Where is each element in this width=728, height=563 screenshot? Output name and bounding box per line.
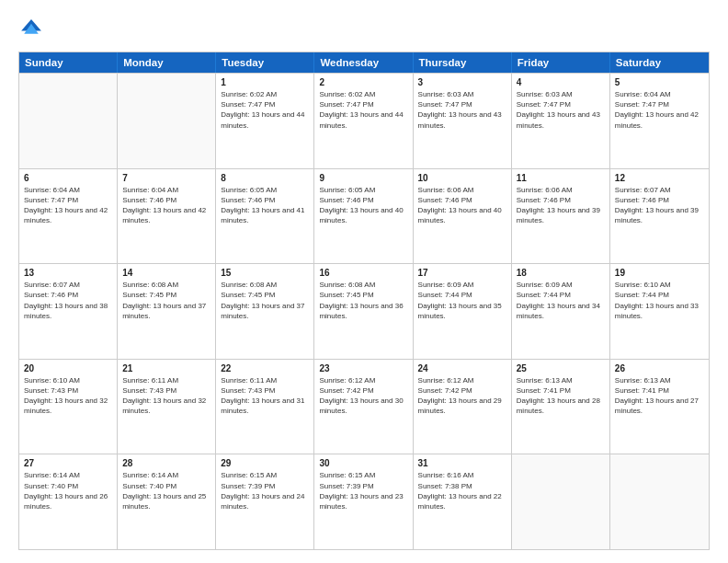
day-number: 17 xyxy=(418,268,506,278)
calendar-row-2: 6Sunrise: 6:04 AM Sunset: 7:47 PM Daylig… xyxy=(19,168,709,264)
day-number: 9 xyxy=(319,173,407,183)
calendar-cell-day-10: 10Sunrise: 6:06 AM Sunset: 7:46 PM Dayli… xyxy=(414,169,512,264)
page: SundayMondayTuesdayWednesdayThursdayFrid… xyxy=(0,0,728,563)
day-info: Sunrise: 6:10 AM Sunset: 7:44 PM Dayligh… xyxy=(615,280,704,321)
day-number: 28 xyxy=(122,458,210,468)
calendar-cell-day-16: 16Sunrise: 6:08 AM Sunset: 7:45 PM Dayli… xyxy=(314,264,413,359)
day-info: Sunrise: 6:10 AM Sunset: 7:43 PM Dayligh… xyxy=(24,375,112,417)
calendar-row-5: 27Sunrise: 6:14 AM Sunset: 7:40 PM Dayli… xyxy=(19,454,709,549)
weekday-header-thursday: Thursday xyxy=(414,52,512,73)
calendar-cell-day-9: 9Sunrise: 6:05 AM Sunset: 7:46 PM Daylig… xyxy=(314,169,413,264)
calendar-cell-day-3: 3Sunrise: 6:03 AM Sunset: 7:47 PM Daylig… xyxy=(414,74,512,168)
day-info: Sunrise: 6:02 AM Sunset: 7:47 PM Dayligh… xyxy=(319,89,407,131)
weekday-header-saturday: Saturday xyxy=(610,52,709,73)
calendar-cell-day-21: 21Sunrise: 6:11 AM Sunset: 7:43 PM Dayli… xyxy=(118,360,216,454)
day-number: 16 xyxy=(319,268,407,278)
calendar-cell-day-8: 8Sunrise: 6:05 AM Sunset: 7:46 PM Daylig… xyxy=(216,169,314,264)
calendar-cell-empty xyxy=(512,454,610,549)
calendar-cell-day-11: 11Sunrise: 6:06 AM Sunset: 7:46 PM Dayli… xyxy=(512,169,610,264)
calendar-cell-day-26: 26Sunrise: 6:13 AM Sunset: 7:41 PM Dayli… xyxy=(610,360,709,454)
calendar-cell-day-23: 23Sunrise: 6:12 AM Sunset: 7:42 PM Dayli… xyxy=(314,360,413,454)
day-number: 6 xyxy=(24,173,112,183)
day-info: Sunrise: 6:03 AM Sunset: 7:47 PM Dayligh… xyxy=(517,89,605,131)
day-number: 3 xyxy=(418,77,506,87)
day-info: Sunrise: 6:13 AM Sunset: 7:41 PM Dayligh… xyxy=(517,375,605,417)
day-number: 10 xyxy=(418,173,506,183)
day-number: 24 xyxy=(418,363,506,373)
calendar-cell-day-17: 17Sunrise: 6:09 AM Sunset: 7:44 PM Dayli… xyxy=(414,264,512,359)
day-info: Sunrise: 6:07 AM Sunset: 7:46 PM Dayligh… xyxy=(24,280,112,321)
day-number: 7 xyxy=(122,173,210,183)
day-info: Sunrise: 6:03 AM Sunset: 7:47 PM Dayligh… xyxy=(418,89,506,131)
calendar-body: 1Sunrise: 6:02 AM Sunset: 7:47 PM Daylig… xyxy=(19,73,709,549)
weekday-header-wednesday: Wednesday xyxy=(314,52,413,73)
day-number: 19 xyxy=(615,268,704,278)
calendar-cell-day-18: 18Sunrise: 6:09 AM Sunset: 7:44 PM Dayli… xyxy=(512,264,610,359)
day-number: 12 xyxy=(615,173,704,183)
day-number: 25 xyxy=(517,363,605,373)
day-info: Sunrise: 6:04 AM Sunset: 7:46 PM Dayligh… xyxy=(122,185,210,226)
day-number: 8 xyxy=(221,173,309,183)
day-number: 31 xyxy=(418,458,506,468)
day-info: Sunrise: 6:12 AM Sunset: 7:42 PM Dayligh… xyxy=(319,375,407,417)
calendar-cell-day-15: 15Sunrise: 6:08 AM Sunset: 7:45 PM Dayli… xyxy=(216,264,314,359)
day-number: 2 xyxy=(319,77,407,87)
day-info: Sunrise: 6:09 AM Sunset: 7:44 PM Dayligh… xyxy=(418,280,506,321)
day-number: 5 xyxy=(615,77,704,87)
calendar-header: SundayMondayTuesdayWednesdayThursdayFrid… xyxy=(19,52,709,73)
day-number: 29 xyxy=(221,458,309,468)
calendar-row-1: 1Sunrise: 6:02 AM Sunset: 7:47 PM Daylig… xyxy=(19,73,709,168)
day-number: 27 xyxy=(24,458,112,468)
calendar-cell-day-14: 14Sunrise: 6:08 AM Sunset: 7:45 PM Dayli… xyxy=(118,264,216,359)
calendar-row-4: 20Sunrise: 6:10 AM Sunset: 7:43 PM Dayli… xyxy=(19,359,709,454)
day-info: Sunrise: 6:06 AM Sunset: 7:46 PM Dayligh… xyxy=(418,185,506,226)
calendar-cell-day-22: 22Sunrise: 6:11 AM Sunset: 7:43 PM Dayli… xyxy=(216,360,314,454)
calendar-cell-day-20: 20Sunrise: 6:10 AM Sunset: 7:43 PM Dayli… xyxy=(19,360,118,454)
calendar-cell-day-19: 19Sunrise: 6:10 AM Sunset: 7:44 PM Dayli… xyxy=(610,264,709,359)
weekday-header-sunday: Sunday xyxy=(19,52,118,73)
day-info: Sunrise: 6:05 AM Sunset: 7:46 PM Dayligh… xyxy=(319,185,407,226)
day-number: 30 xyxy=(319,458,407,468)
day-number: 11 xyxy=(517,173,605,183)
day-info: Sunrise: 6:07 AM Sunset: 7:46 PM Dayligh… xyxy=(615,185,704,226)
day-info: Sunrise: 6:11 AM Sunset: 7:43 PM Dayligh… xyxy=(122,375,210,417)
day-info: Sunrise: 6:09 AM Sunset: 7:44 PM Dayligh… xyxy=(517,280,605,321)
day-number: 18 xyxy=(517,268,605,278)
day-info: Sunrise: 6:08 AM Sunset: 7:45 PM Dayligh… xyxy=(122,280,210,321)
day-number: 20 xyxy=(24,363,112,373)
logo-icon xyxy=(18,17,44,42)
calendar-cell-day-2: 2Sunrise: 6:02 AM Sunset: 7:47 PM Daylig… xyxy=(314,74,413,168)
calendar-cell-day-29: 29Sunrise: 6:15 AM Sunset: 7:39 PM Dayli… xyxy=(216,454,314,549)
day-info: Sunrise: 6:14 AM Sunset: 7:40 PM Dayligh… xyxy=(24,470,112,511)
calendar-cell-day-31: 31Sunrise: 6:16 AM Sunset: 7:38 PM Dayli… xyxy=(414,454,512,549)
day-number: 23 xyxy=(319,363,407,373)
calendar-cell-empty xyxy=(19,74,118,168)
calendar-cell-day-25: 25Sunrise: 6:13 AM Sunset: 7:41 PM Dayli… xyxy=(512,360,610,454)
day-number: 22 xyxy=(221,363,309,373)
weekday-header-friday: Friday xyxy=(512,52,610,73)
calendar-cell-day-5: 5Sunrise: 6:04 AM Sunset: 7:47 PM Daylig… xyxy=(610,74,709,168)
calendar-cell-day-6: 6Sunrise: 6:04 AM Sunset: 7:47 PM Daylig… xyxy=(19,169,118,264)
calendar-cell-day-28: 28Sunrise: 6:14 AM Sunset: 7:40 PM Dayli… xyxy=(118,454,216,549)
day-info: Sunrise: 6:16 AM Sunset: 7:38 PM Dayligh… xyxy=(418,470,506,511)
calendar-cell-day-1: 1Sunrise: 6:02 AM Sunset: 7:47 PM Daylig… xyxy=(216,74,314,168)
day-number: 1 xyxy=(221,77,309,87)
header xyxy=(18,17,710,42)
day-number: 15 xyxy=(221,268,309,278)
day-number: 13 xyxy=(24,268,112,278)
day-info: Sunrise: 6:13 AM Sunset: 7:41 PM Dayligh… xyxy=(615,375,704,417)
day-info: Sunrise: 6:06 AM Sunset: 7:46 PM Dayligh… xyxy=(517,185,605,226)
calendar-cell-day-24: 24Sunrise: 6:12 AM Sunset: 7:42 PM Dayli… xyxy=(414,360,512,454)
calendar-cell-day-12: 12Sunrise: 6:07 AM Sunset: 7:46 PM Dayli… xyxy=(610,169,709,264)
day-info: Sunrise: 6:02 AM Sunset: 7:47 PM Dayligh… xyxy=(221,89,309,131)
day-info: Sunrise: 6:14 AM Sunset: 7:40 PM Dayligh… xyxy=(122,470,210,511)
weekday-header-monday: Monday xyxy=(118,52,216,73)
calendar-cell-empty xyxy=(610,454,709,549)
calendar-cell-day-30: 30Sunrise: 6:15 AM Sunset: 7:39 PM Dayli… xyxy=(314,454,413,549)
day-number: 26 xyxy=(615,363,704,373)
day-info: Sunrise: 6:05 AM Sunset: 7:46 PM Dayligh… xyxy=(221,185,309,226)
logo xyxy=(18,17,48,42)
day-number: 14 xyxy=(122,268,210,278)
calendar-cell-day-4: 4Sunrise: 6:03 AM Sunset: 7:47 PM Daylig… xyxy=(512,74,610,168)
calendar-row-3: 13Sunrise: 6:07 AM Sunset: 7:46 PM Dayli… xyxy=(19,263,709,359)
